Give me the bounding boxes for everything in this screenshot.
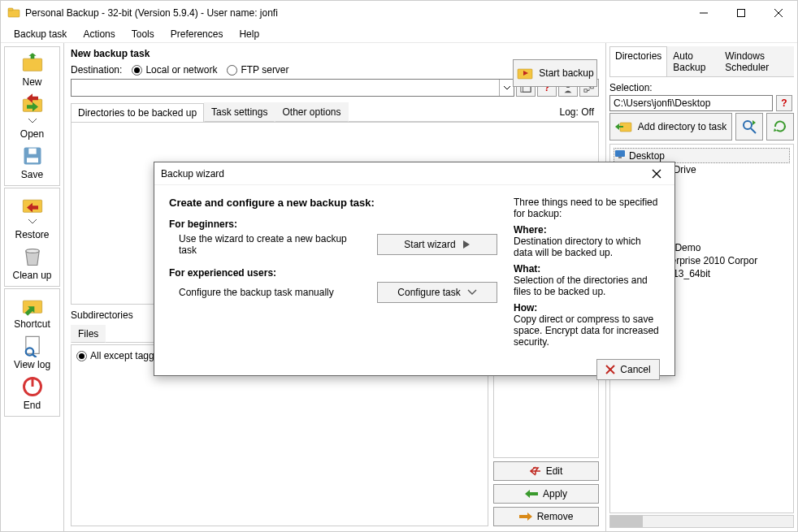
close-button[interactable] bbox=[760, 1, 797, 25]
svg-rect-29 bbox=[618, 157, 622, 158]
sidebar-restore[interactable]: Restore bbox=[5, 192, 60, 242]
tab-files[interactable]: Files bbox=[71, 325, 106, 343]
configure-task-button[interactable]: Configure task bbox=[377, 282, 497, 303]
shortcut-icon bbox=[21, 294, 44, 317]
folder-new-icon bbox=[21, 52, 44, 75]
beginners-heading: For beginners: bbox=[169, 218, 497, 230]
wizard-close-button[interactable] bbox=[645, 166, 668, 182]
remove-button[interactable]: Remove bbox=[493, 507, 599, 526]
add-directory-button[interactable]: Add directory to task bbox=[609, 113, 732, 141]
menubar: Backup task Actions Tools Preferences He… bbox=[1, 25, 797, 43]
close-icon bbox=[605, 365, 615, 374]
window-title: Personal Backup - 32-bit (Version 5.9.4)… bbox=[25, 7, 685, 19]
chevron-down-icon bbox=[499, 80, 514, 96]
tab-directories[interactable]: Directories to be backed up bbox=[71, 103, 204, 122]
folder-play-icon bbox=[516, 66, 534, 80]
beginners-text: Use the wizard to create a new backup ta… bbox=[169, 233, 367, 256]
svg-rect-9 bbox=[27, 158, 38, 162]
trash-icon bbox=[21, 245, 44, 268]
svg-line-16 bbox=[33, 355, 37, 358]
svg-point-12 bbox=[25, 249, 38, 253]
radio-icon bbox=[132, 65, 142, 76]
cancel-button[interactable]: Cancel bbox=[596, 359, 660, 380]
power-icon bbox=[21, 375, 44, 398]
svg-rect-6 bbox=[23, 58, 41, 71]
chevron-down-icon bbox=[28, 115, 37, 127]
backup-wizard-dialog: Backup wizard Create and configure a new… bbox=[154, 162, 675, 376]
svg-rect-3 bbox=[738, 10, 745, 17]
tab-other-options[interactable]: Other options bbox=[275, 102, 348, 122]
svg-rect-28 bbox=[615, 150, 625, 157]
minimize-button[interactable] bbox=[685, 1, 722, 25]
main-header: New backup task bbox=[71, 48, 599, 59]
wizard-info: Three things need to be specified for ba… bbox=[514, 197, 660, 348]
sidebar-shortcut[interactable]: Shortcut bbox=[5, 292, 60, 331]
save-icon bbox=[21, 145, 44, 167]
tab-auto-backup[interactable]: Auto Backup bbox=[667, 46, 719, 76]
svg-line-27 bbox=[751, 128, 756, 133]
wizard-heading: Create and configure a new backup task: bbox=[169, 197, 497, 209]
tree-horizontal-scrollbar[interactable] bbox=[609, 515, 794, 528]
selection-help-button[interactable]: ? bbox=[776, 95, 792, 111]
sidebar-save[interactable]: Save bbox=[5, 143, 60, 182]
destination-combo[interactable] bbox=[71, 79, 514, 97]
sidebar-end[interactable]: End bbox=[5, 374, 60, 413]
titlebar: Personal Backup - 32-bit (Version 5.9.4)… bbox=[1, 1, 797, 25]
start-backup-button[interactable]: Start backup bbox=[513, 59, 597, 87]
play-icon bbox=[462, 240, 471, 249]
refresh-button[interactable] bbox=[766, 113, 794, 141]
start-wizard-button[interactable]: Start wizard bbox=[377, 234, 497, 255]
menu-tools[interactable]: Tools bbox=[124, 27, 163, 41]
chevron-down-icon bbox=[28, 216, 37, 227]
log-icon bbox=[21, 335, 44, 357]
log-status: Log: Off bbox=[555, 103, 599, 121]
menu-preferences[interactable]: Preferences bbox=[163, 27, 232, 41]
svg-rect-20 bbox=[523, 86, 531, 92]
tab-windows-scheduler[interactable]: Windows Scheduler bbox=[719, 46, 794, 76]
svg-rect-10 bbox=[28, 149, 36, 154]
right-tabs: Directories Auto Backup Windows Schedule… bbox=[609, 46, 794, 77]
svg-rect-1 bbox=[8, 8, 13, 11]
search-button[interactable] bbox=[735, 113, 763, 141]
tab-task-settings[interactable]: Task settings bbox=[204, 102, 275, 122]
app-icon bbox=[7, 6, 20, 19]
radio-icon bbox=[76, 351, 87, 361]
svg-rect-0 bbox=[8, 10, 20, 17]
svg-point-26 bbox=[744, 121, 752, 129]
selection-input[interactable]: C:\Users\jonfi\Desktop bbox=[609, 95, 773, 111]
monitor-icon bbox=[614, 149, 626, 162]
menu-help[interactable]: Help bbox=[231, 27, 267, 41]
svg-rect-23 bbox=[584, 89, 588, 93]
wizard-title: Backup wizard bbox=[161, 168, 645, 179]
chevron-down-icon bbox=[467, 289, 477, 296]
folder-arrow-icon bbox=[615, 120, 633, 133]
apply-button[interactable]: Apply bbox=[493, 484, 599, 504]
experienced-heading: For experienced users: bbox=[169, 267, 497, 279]
sidebar-viewlog[interactable]: View log bbox=[5, 333, 60, 372]
radio-ftp[interactable]: FTP server bbox=[227, 64, 288, 76]
maximize-button[interactable] bbox=[722, 1, 760, 25]
main-tabstrip: Directories to be backed up Task setting… bbox=[71, 102, 599, 122]
edit-button[interactable]: Edit bbox=[493, 461, 599, 481]
sidebar: New Open Save Restore Clean up Shortcut … bbox=[1, 43, 64, 531]
menu-backup-task[interactable]: Backup task bbox=[6, 27, 75, 41]
radio-local[interactable]: Local or network bbox=[132, 64, 217, 76]
sidebar-cleanup[interactable]: Clean up bbox=[5, 244, 60, 283]
restore-icon bbox=[21, 193, 44, 216]
experienced-text: Configure the backup task manually bbox=[169, 287, 367, 298]
destination-label: Destination: bbox=[71, 64, 122, 76]
sidebar-new[interactable]: New bbox=[5, 50, 60, 89]
radio-icon bbox=[227, 65, 237, 76]
tab-directories-right[interactable]: Directories bbox=[609, 46, 667, 76]
folder-open-icon bbox=[21, 93, 44, 115]
selection-label: Selection: bbox=[609, 82, 794, 93]
menu-actions[interactable]: Actions bbox=[75, 27, 123, 41]
sidebar-open[interactable]: Open bbox=[5, 91, 60, 141]
